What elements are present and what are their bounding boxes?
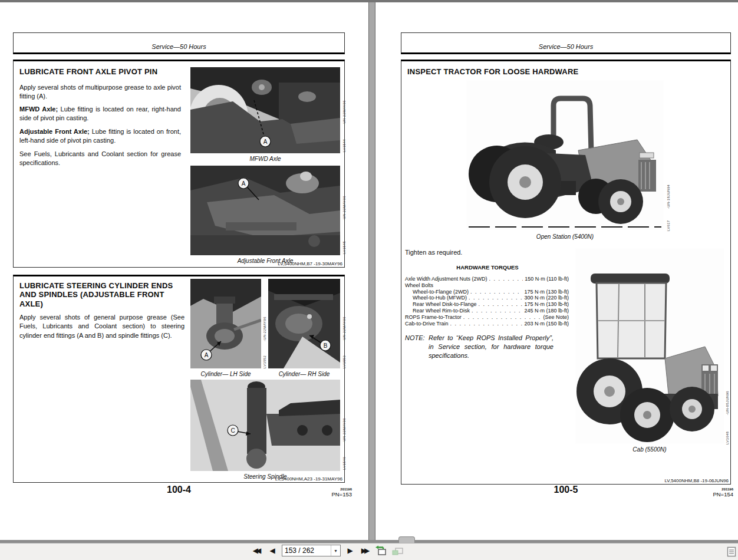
- mfwd-axle-photo: A: [190, 67, 340, 153]
- page-number: 100-5: [401, 485, 731, 495]
- running-header-title: Service—50 Hours: [151, 43, 206, 50]
- torque-value: 203 N·m (150 lb-ft): [524, 321, 569, 327]
- photo-id-code: LV1546: [342, 457, 346, 470]
- manual-page-left: Service—50 Hours LUBRICATE FRONT AXLE PI…: [0, 2, 368, 540]
- photo-id-code: LV1545: [342, 241, 346, 254]
- chevron-down-icon: ▾: [334, 548, 337, 554]
- paragraph-lead-bold: Adjustable Front Axle;: [19, 128, 90, 135]
- photo-caption: Open Station (5400N): [466, 233, 664, 240]
- torque-value: 245 N·m (180 lb-ft): [524, 308, 569, 314]
- pn-number: PN=153: [331, 492, 352, 498]
- paragraph-lead-bold: MFWD Axle;: [19, 106, 58, 113]
- photo-caption: Cylinder— RH Side: [268, 371, 340, 377]
- box-reference-code: LV,5400NHM,B7 -19-30MAY96: [278, 261, 342, 266]
- section-title: LUBRICATE STEERING CYLINDER ENDS AND SPI…: [19, 281, 189, 308]
- paragraph-text: Apply several shots of general purpose g…: [19, 314, 185, 339]
- torque-row: Wheel-to-Hub (MFWD). . . . . . . . . . .…: [405, 295, 569, 301]
- box-reference-code: LV,5400NHM,A23 -19-31MAY96: [275, 476, 342, 482]
- cylinder-rh-photo: B: [268, 279, 340, 368]
- first-page-button[interactable]: ◀◀: [251, 545, 263, 556]
- torque-label: Cab-to-Drive Train: [405, 321, 449, 327]
- page-number-combobox[interactable]: ▾: [282, 545, 341, 556]
- last-page-icon: ▶▶: [361, 546, 367, 555]
- previous-page-button[interactable]: ◀: [266, 545, 278, 556]
- paragraph: Adjustable Front Axle; Lube fitting is l…: [19, 127, 181, 146]
- page-navigation-group: ◀◀ ◀ ▾ ▶ ▶▶: [251, 545, 404, 556]
- torque-row: Wheel Bolts: [405, 282, 569, 289]
- torque-label: Rear Wheel Disk-to-Flange: [405, 301, 477, 308]
- toolbar-collapse-handle[interactable]: [398, 536, 415, 543]
- torque-row: Wheel-to-Flange (2WD). . . . . . . . . .…: [405, 289, 569, 295]
- tighten-text: Tighten as required.: [405, 249, 462, 256]
- torque-row: Axle Width Adjustment Nuts (2WD). . . . …: [405, 276, 569, 282]
- photo-caption: Cab (5500N): [575, 446, 724, 453]
- next-page-button[interactable]: ▶: [344, 545, 356, 556]
- page-number: 100-4: [13, 485, 345, 495]
- manual-page-right: Service—50 Hours INSPECT TRACTOR FOR LOO…: [375, 2, 738, 540]
- torque-value: 175 N·m (130 lb-ft): [524, 301, 569, 308]
- cylinder-lh-photo: A: [190, 279, 261, 368]
- paragraph: MFWD Axle; Lube fitting is located on re…: [19, 105, 181, 123]
- photo-un-code: -UN-22MAY96: [342, 196, 346, 220]
- torque-label: Wheel-to-Flange (2WD): [405, 289, 469, 295]
- torque-row: ROPS Frame-to-Tractor. . . . . . . . . .…: [405, 314, 569, 321]
- section-lubricate-pivot-pin: LUBRICATE FRONT AXLE PIVOT PIN Apply sev…: [13, 60, 345, 268]
- photo-un-code: -UN-05JUN96: [726, 391, 729, 415]
- page-gap-divider: [368, 2, 375, 540]
- torque-table-title: HARDWARE TORQUES: [405, 264, 570, 271]
- paragraph-text: See Fuels, Lubricants and Coolant sectio…: [19, 150, 181, 166]
- last-page-button[interactable]: ▶▶: [360, 545, 371, 556]
- dot-leader: . . . . . . . . . . . . . . . . . . . . …: [450, 321, 523, 327]
- torque-row: Rear Wheel Rim-to-Disk. . . . . . . . . …: [405, 308, 569, 314]
- torque-row: Cab-to-Drive Train. . . . . . . . . . . …: [405, 321, 569, 327]
- section-lubricate-steering: LUBRICATE STEERING CYLINDER ENDS AND SPI…: [13, 275, 345, 483]
- pn-stack: 201196 PN=154: [713, 487, 733, 498]
- paragraph-text: Apply several shots of multipurpose grea…: [19, 84, 181, 100]
- torque-value: 175 N·m (130 lb-ft): [524, 289, 569, 295]
- dot-leader: . . . . . . . . . . . . . . . . . . . . …: [469, 295, 522, 301]
- steering-spindle-photo: C: [190, 380, 340, 471]
- photo-id-code: LV1552: [263, 355, 266, 368]
- photo-id-code: LV1553: [342, 355, 346, 368]
- page-number-input[interactable]: [282, 546, 331, 555]
- cab-tractor-photo: [575, 249, 724, 443]
- callout-a: A: [205, 352, 209, 358]
- running-header-box: Service—50 Hours: [13, 32, 345, 54]
- dot-leader: . . . . . . . . . . . . . . . . . . . . …: [479, 301, 523, 308]
- photo-un-code: -UN-22MAY96: [342, 317, 346, 341]
- next-page-icon: ▶: [347, 546, 352, 555]
- adjustable-front-axle-photo: A: [190, 166, 340, 255]
- previous-view-button[interactable]: [375, 545, 388, 556]
- torque-value: 150 N·m (110 lb-ft): [525, 276, 569, 282]
- callout-c: C: [230, 427, 235, 434]
- dot-leader: . . . . . . . . . . . . . . . . . . . . …: [472, 308, 522, 314]
- running-header-box: Service—50 Hours: [401, 32, 731, 54]
- torque-value: (See Note): [543, 314, 569, 321]
- torque-label: Wheel Bolts: [405, 282, 433, 289]
- photo-id-code: LV1544: [342, 139, 346, 152]
- pn-number: PN=154: [713, 492, 733, 498]
- photo-un-code: -UN-18JUN94: [667, 185, 670, 209]
- photo-un-code: -UN-22MAY96: [263, 317, 266, 341]
- next-view-button[interactable]: [391, 545, 404, 556]
- photo-id-code: LV617: [667, 220, 670, 231]
- photo-caption: Cylinder— LH Side: [190, 371, 261, 377]
- torque-row: Rear Wheel Disk-to-Flange. . . . . . . .…: [405, 301, 569, 308]
- note-block: NOTE: Refer to “Keep ROPS Installed Prop…: [405, 334, 554, 360]
- note-text: Refer to “Keep ROPS Installed Properly”,…: [429, 334, 554, 360]
- combobox-dropdown-button[interactable]: ▾: [331, 545, 340, 556]
- section-title: INSPECT TRACTOR FOR LOOSE HARDWARE: [407, 67, 655, 76]
- previous-view-icon: [375, 545, 388, 556]
- callout-a: A: [263, 139, 268, 145]
- paragraph: Apply several shots of multipurpose grea…: [19, 83, 181, 101]
- photo-un-code: -UN-22MAY96: [342, 418, 346, 443]
- open-station-tractor-photo: [466, 81, 664, 230]
- document-panel-icon[interactable]: [727, 546, 736, 557]
- torque-label: Rear Wheel Rim-to-Disk: [405, 308, 470, 314]
- note-label: NOTE:: [405, 334, 429, 360]
- first-page-icon: ◀◀: [253, 546, 259, 555]
- torque-table: Axle Width Adjustment Nuts (2WD). . . . …: [405, 276, 569, 327]
- callout-a: A: [242, 180, 246, 187]
- torque-value: 300 N·m (220 lb-ft): [524, 295, 569, 301]
- dot-leader: . . . . . . . . . . . . . . . . . . . . …: [463, 314, 542, 321]
